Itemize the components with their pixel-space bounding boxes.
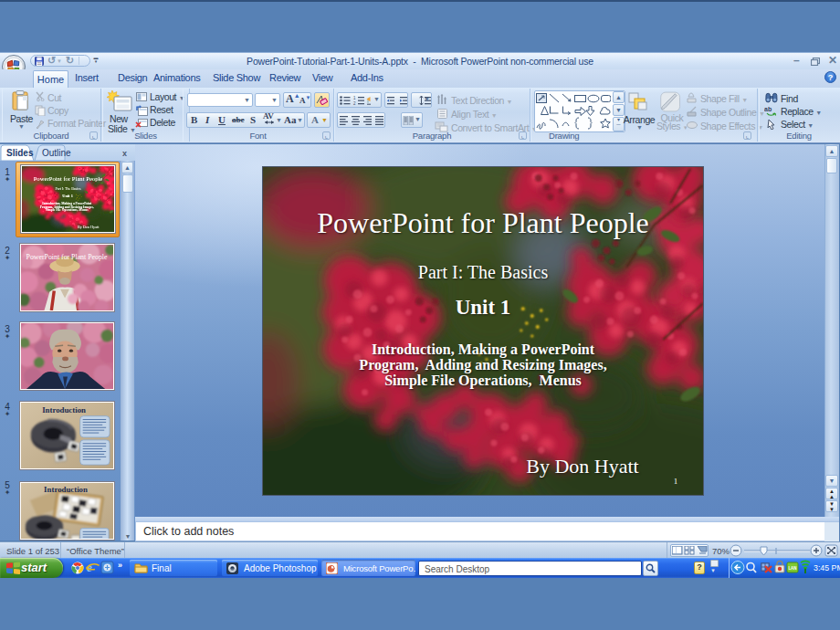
svg-text:2: 2 bbox=[353, 101, 356, 105]
svg-text:Unit 1: Unit 1 bbox=[62, 194, 73, 198]
svg-text:x: x bbox=[122, 149, 127, 158]
svg-text:1: 1 bbox=[353, 96, 356, 100]
svg-text:?: ? bbox=[828, 73, 834, 82]
svg-text:Introduction: Introduction bbox=[42, 405, 86, 415]
svg-text:Simple File Operations, Menus: Simple File Operations, Menus bbox=[46, 208, 89, 212]
svg-text:PowerPoint for Plant People: PowerPoint for Plant People bbox=[34, 175, 103, 182]
svg-text:By Don Hyatt: By Don Hyatt bbox=[78, 225, 100, 229]
svg-text:Introduction: Introduction bbox=[44, 485, 88, 494]
svg-text:ab: ab bbox=[764, 106, 772, 112]
svg-text:Slides: Slides bbox=[6, 148, 34, 158]
svg-text:PowerPoint for Plant People: PowerPoint for Plant People bbox=[26, 253, 108, 261]
svg-text:LAN: LAN bbox=[788, 566, 796, 571]
svg-text:Outline: Outline bbox=[42, 148, 71, 158]
svg-text:Part I: The Basics: Part I: The Basics bbox=[55, 187, 81, 191]
